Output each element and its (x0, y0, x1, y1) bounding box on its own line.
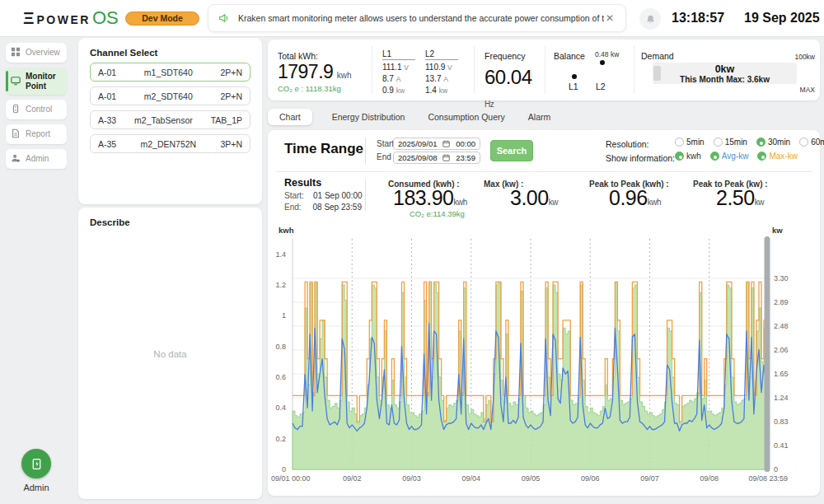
search-button[interactable]: Search (490, 140, 533, 161)
logo-text-power: POWER (37, 13, 91, 26)
stats-summary-card: Total kWh: 1797.9 kwh CO₂ e : 1118.31kg … (268, 40, 820, 100)
balance-l1-dot (572, 74, 577, 79)
channel-row[interactable]: A-33m2_TabSensorTAB_1P (90, 110, 250, 129)
app-logo: Ξ POWER OS (23, 7, 119, 29)
channel-row[interactable]: A-01m1_SDT6402P+N (90, 63, 250, 82)
svg-text:0.6: 0.6 (275, 373, 286, 381)
svg-text:09/08: 09/08 (700, 474, 719, 483)
remote-icon (11, 104, 26, 115)
end-time-value: 23:59 (456, 153, 475, 162)
option-label: Avg-kw (722, 152, 749, 161)
logo-mark: Ξ (23, 8, 35, 28)
phase-value: 110.9 V (425, 62, 468, 73)
channel-type: TAB_1P (211, 115, 242, 125)
channel-select-panel: Channel Select A-01m1_SDT6402P+NA-01m2_S… (78, 38, 262, 204)
demand-max-label: MAX (800, 86, 815, 94)
phase-value: 13.7 A (425, 73, 468, 85)
monitor-icon (11, 76, 26, 87)
option-label: 60min (811, 138, 824, 147)
resolution-option-5min[interactable]: 5min (675, 138, 705, 147)
svg-text:0.8: 0.8 (275, 343, 286, 351)
resolution-option-15min[interactable]: 15min (714, 138, 747, 147)
phase-value: 1.4 kw (425, 85, 468, 96)
start-time-value: 00:00 (456, 139, 475, 148)
channel-row[interactable]: A-01m2_SDT6402P+N (90, 86, 250, 105)
svg-text:09/08 23:59: 09/08 23:59 (748, 474, 788, 483)
channel-code: A-01 (98, 91, 116, 101)
results-title: Results (284, 177, 321, 189)
date-display: 19 Sep 2025 (744, 11, 820, 26)
resolution-option-30min[interactable]: 30min (756, 138, 790, 147)
svg-text:0: 0 (282, 465, 286, 474)
dev-mode-badge: Dev Mode (125, 12, 199, 26)
announcement-bar: Kraken smart monitoring meter allows use… (208, 4, 626, 32)
speaker-icon (218, 12, 230, 24)
show-option-kwh[interactable]: kwh (675, 152, 701, 161)
end-datetime-input[interactable]: 2025/09/08 23:59 (393, 152, 480, 164)
logo-text-os: OS (92, 7, 119, 29)
tab-energy-distribution[interactable]: Energy Distribution (332, 109, 405, 125)
svg-text:3.30: 3.30 (774, 274, 789, 282)
radio-icon (714, 138, 723, 147)
svg-text:1.24: 1.24 (774, 394, 789, 402)
svg-text:09/03: 09/03 (402, 474, 421, 483)
sidebar-item-overview[interactable]: Overview (6, 43, 67, 63)
svg-text:09/04: 09/04 (461, 474, 480, 483)
resolution-option-60min[interactable]: 60min (799, 138, 824, 147)
close-icon[interactable]: ✕ (604, 12, 616, 24)
start-label: Start (377, 139, 394, 148)
channel-name: m2_SDT640 (144, 91, 193, 101)
sidebar-item-control[interactable]: Control (6, 100, 67, 119)
sidebar-item-report[interactable]: Report (6, 124, 67, 144)
radio-icon (675, 152, 684, 161)
phase-header: L2 (425, 49, 458, 60)
show-information-options: kwhAvg-kwMax-kw (675, 152, 807, 161)
svg-text:09/02: 09/02 (343, 474, 362, 483)
tab-alarm[interactable]: Alarm (528, 109, 550, 125)
results-start: Start: 01 Sep 00:00 (284, 191, 363, 200)
peak-to-peak-kwh-value: 0.96kwh (609, 186, 661, 210)
consumed-value: 183.90kwh (393, 186, 467, 210)
svg-text:2.48: 2.48 (774, 322, 789, 330)
show-option-avg-kw[interactable]: Avg-kw (710, 152, 749, 161)
tab-chart[interactable]: Chart (268, 109, 312, 125)
sidebar-item-admin[interactable]: Admin (6, 149, 67, 169)
phase-value: 0.9 kw (382, 85, 425, 96)
svg-text:0.83: 0.83 (774, 418, 789, 426)
sidebar-item-monitor-point[interactable]: Monitor Point (6, 68, 67, 95)
option-label: kwh (686, 152, 701, 161)
demand-scale-max: 100kw (794, 53, 815, 61)
channel-code: A-35 (98, 139, 116, 149)
radio-icon (799, 138, 808, 147)
channel-name: m2_DEN752N (140, 139, 196, 149)
phase-value: 111.1 V (382, 62, 425, 73)
frequency-label: Frequency (485, 51, 545, 61)
phase-header: L1 (382, 49, 415, 60)
channel-row[interactable]: A-35m2_DEN752N3P+N (90, 134, 250, 153)
describe-title: Describe (90, 217, 250, 227)
app-root: Ξ POWER OS Dev Mode Kraken smart monitor… (0, 0, 824, 504)
show-option-max-kw[interactable]: Max-kw (757, 152, 797, 161)
sidebar-user: Admin (0, 449, 73, 492)
svg-text:09/05: 09/05 (522, 474, 541, 483)
top-bar: Ξ POWER OS Dev Mode Kraken smart monitor… (0, 0, 824, 37)
channel-code: A-33 (98, 115, 116, 125)
grid-icon (11, 47, 26, 58)
svg-text:0.4: 0.4 (275, 404, 286, 412)
demand-month-max: This Month Max: 3.6kw (653, 75, 797, 84)
view-tabs: ChartEnergy DistributionConsumption Quer… (268, 107, 574, 127)
demand-progress-bar: 0kw This Month Max: 3.6kw (653, 63, 797, 84)
notification-bell-button[interactable] (639, 8, 661, 30)
divider (276, 171, 812, 172)
radio-icon (757, 152, 766, 161)
radio-icon (710, 152, 719, 161)
channel-type: 2P+N (220, 91, 242, 101)
start-datetime-input[interactable]: 2025/09/01 00:00 (393, 138, 480, 150)
avatar[interactable] (21, 449, 51, 478)
describe-panel: Describe No data (78, 208, 262, 499)
tab-consumption-query[interactable]: Consumption Query (428, 109, 504, 125)
sidebar-item-label: Overview (26, 48, 60, 58)
option-label: Max-kw (769, 152, 797, 161)
consumption-chart[interactable]: 0.20.40.60.811.21.400.410.831.241.652.06… (268, 229, 812, 488)
svg-text:2.89: 2.89 (774, 298, 789, 306)
